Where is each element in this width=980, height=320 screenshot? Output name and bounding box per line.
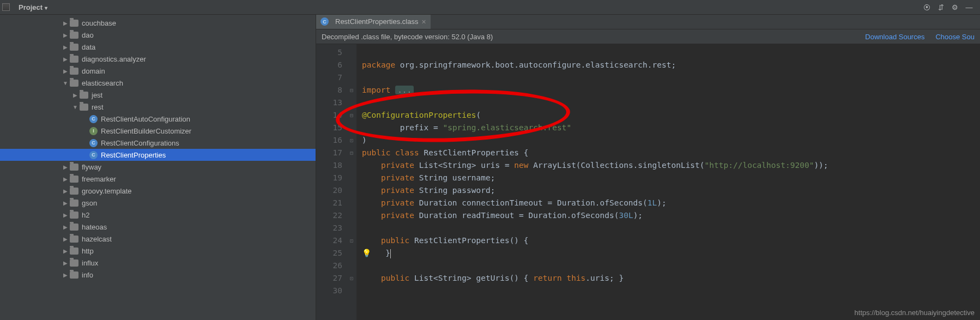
project-tree-panel[interactable]: ▶couchbase▶dao▶data▶diagnostics.analyzer…	[0, 15, 316, 320]
tree-item-gson[interactable]: ▶gson	[0, 197, 316, 209]
editor-panel: C RestClientProperties.class × Decompile…	[316, 15, 980, 320]
folder-icon	[70, 32, 78, 39]
tree-item-http[interactable]: ▶http	[0, 245, 316, 257]
expander-icon[interactable]: ▶	[61, 56, 70, 62]
tree-item-restclientautoconfiguration[interactable]: CRestClientAutoConfiguration	[0, 113, 316, 125]
tree-item-elasticsearch[interactable]: ▼elasticsearch	[0, 77, 316, 89]
tree-item-label: flyway	[82, 163, 101, 171]
tree-item-label: groovy.template	[82, 187, 132, 195]
tree-item-label: diagnostics.analyzer	[82, 55, 146, 63]
expander-icon[interactable]: ▶	[61, 32, 70, 38]
expander-icon[interactable]: ▶	[61, 236, 70, 242]
folder-icon	[70, 68, 78, 75]
class-icon: C	[89, 115, 98, 123]
expander-icon[interactable]: ▶	[61, 248, 70, 254]
class-icon: C	[320, 17, 329, 26]
folder-icon	[70, 236, 78, 243]
tree-item-label: http	[82, 247, 94, 255]
expander-icon[interactable]: ▶	[61, 164, 70, 170]
tree-item-info[interactable]: ▶info	[0, 269, 316, 281]
hide-icon[interactable]: —	[965, 3, 973, 11]
folder-icon	[70, 20, 78, 27]
folder-icon	[70, 44, 78, 51]
tab-label: RestClientProperties.class	[335, 17, 418, 26]
tree-item-freemarker[interactable]: ▶freemarker	[0, 173, 316, 185]
folder-icon	[70, 212, 78, 219]
gear-icon[interactable]: ⚙	[951, 3, 959, 11]
lightbulb-icon[interactable]: 💡	[362, 249, 371, 257]
folder-icon	[70, 259, 78, 267]
code-area[interactable]: 567813141516171819202122232425262730 ⊟⊟⊡…	[316, 44, 980, 320]
folder-icon	[70, 56, 78, 63]
tree-item-jest[interactable]: ▶jest	[0, 89, 316, 101]
tree-item-h2[interactable]: ▶h2	[0, 209, 316, 221]
interface-icon: I	[89, 127, 98, 135]
tree-item-couchbase[interactable]: ▶couchbase	[0, 17, 316, 29]
tree-item-hazelcast[interactable]: ▶hazelcast	[0, 233, 316, 245]
folder-icon	[70, 176, 78, 183]
tree-item-label: RestClientConfigurations	[101, 139, 179, 147]
choose-sources-link[interactable]: Choose Sou	[935, 33, 975, 41]
project-icon	[2, 3, 10, 11]
class-icon: C	[89, 139, 98, 147]
project-dropdown[interactable]: Project▾	[19, 3, 47, 11]
tree-item-rest[interactable]: ▼rest	[0, 101, 316, 113]
tab-restclientproperties[interactable]: C RestClientProperties.class ×	[316, 15, 431, 29]
folder-icon	[70, 271, 78, 279]
tree-item-label: dao	[82, 31, 94, 39]
target-icon[interactable]: ⦿	[922, 3, 931, 11]
tree-item-label: RestClientAutoConfiguration	[101, 115, 190, 123]
line-gutter: 567813141516171819202122232425262730	[316, 44, 347, 320]
code-content[interactable]: package org.springframework.boot.autocon…	[356, 44, 980, 320]
expander-icon[interactable]: ▶	[61, 176, 70, 182]
folder-icon	[70, 247, 78, 255]
expander-icon[interactable]: ▼	[71, 104, 80, 110]
tree-item-label: info	[82, 271, 93, 279]
tree-item-restclientproperties[interactable]: CRestClientProperties	[0, 149, 316, 161]
tree-item-dao[interactable]: ▶dao	[0, 29, 316, 41]
fold-placeholder[interactable]: ...	[395, 86, 414, 94]
tree-item-restclientconfigurations[interactable]: CRestClientConfigurations	[0, 137, 316, 149]
expander-icon[interactable]: ▶	[61, 200, 70, 206]
editor-tabs: C RestClientProperties.class ×	[316, 15, 980, 29]
chevron-down-icon: ▾	[45, 5, 47, 11]
folder-icon	[80, 104, 88, 111]
banner-text: Decompiled .class file, bytecode version…	[322, 33, 493, 41]
watermark: https://blog.csdn.net/huaiyingdetective	[855, 309, 975, 317]
expander-icon[interactable]: ▶	[61, 224, 70, 230]
expander-icon[interactable]: ▶	[61, 188, 70, 194]
tree-item-diagnostics-analyzer[interactable]: ▶diagnostics.analyzer	[0, 53, 316, 65]
collapse-icon[interactable]: ⇵	[936, 3, 945, 11]
expander-icon[interactable]: ▶	[71, 92, 80, 98]
tree-item-flyway[interactable]: ▶flyway	[0, 161, 316, 173]
expander-icon[interactable]: ▶	[61, 44, 70, 50]
expander-icon[interactable]: ▼	[61, 80, 70, 86]
expander-icon[interactable]: ▶	[61, 212, 70, 218]
tree-item-restclientbuildercustomizer[interactable]: IRestClientBuilderCustomizer	[0, 125, 316, 137]
tree-item-domain[interactable]: ▶domain	[0, 65, 316, 77]
folder-icon	[70, 164, 78, 171]
tree-item-label: jest	[92, 91, 102, 99]
expander-icon[interactable]: ▶	[61, 20, 70, 26]
tree-item-hateoas[interactable]: ▶hateoas	[0, 221, 316, 233]
tree-item-influx[interactable]: ▶influx	[0, 257, 316, 269]
tree-item-label: domain	[82, 67, 105, 75]
tree-item-label: couchbase	[82, 19, 116, 27]
tree-item-label: hateoas	[82, 223, 107, 231]
close-icon[interactable]: ×	[421, 17, 426, 26]
expander-icon[interactable]: ▶	[61, 272, 70, 278]
tree-item-label: elasticsearch	[82, 79, 123, 87]
folder-icon	[70, 200, 78, 207]
download-sources-link[interactable]: Download Sources	[865, 33, 924, 41]
tree-item-groovy-template[interactable]: ▶groovy.template	[0, 185, 316, 197]
tree-item-data[interactable]: ▶data	[0, 41, 316, 53]
tree-item-label: RestClientBuilderCustomizer	[101, 127, 191, 135]
tree-item-label: rest	[92, 103, 104, 111]
expander-icon[interactable]: ▶	[61, 260, 70, 266]
expander-icon[interactable]: ▶	[61, 68, 70, 74]
tree-item-label: gson	[82, 199, 97, 207]
folder-icon	[70, 80, 78, 87]
tree-item-label: hazelcast	[82, 235, 112, 243]
tree-item-label: influx	[82, 259, 98, 267]
tree-item-label: data	[82, 43, 95, 51]
